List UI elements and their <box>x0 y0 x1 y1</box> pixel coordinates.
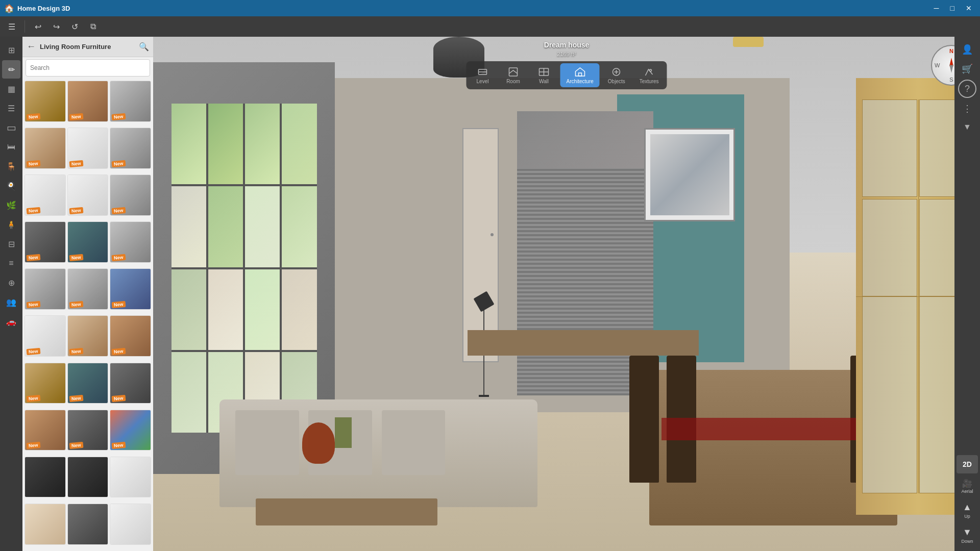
dining-lamp <box>724 37 773 47</box>
people-icon-btn[interactable]: 👥 <box>2 293 20 311</box>
more-button[interactable]: ⋮ <box>957 100 978 117</box>
furniture-item-11[interactable]: New <box>67 221 109 263</box>
furniture-item-15[interactable]: New <box>110 268 151 310</box>
aerial-icon: 🎥 <box>962 479 972 488</box>
profile-button[interactable]: 👤 <box>957 41 978 58</box>
furniture-item-7[interactable]: New <box>24 174 66 216</box>
furniture-item-20[interactable]: New <box>67 363 109 404</box>
close-button[interactable]: ✕ <box>962 0 976 16</box>
new-badge: New <box>112 254 126 261</box>
app-title: Home Design 3D <box>17 5 70 12</box>
chair-icon-btn[interactable]: 🪑 <box>2 157 20 176</box>
furniture-item-17[interactable]: New <box>67 315 109 357</box>
tools-icon-btn[interactable]: ✏ <box>2 60 20 79</box>
furniture-item-14[interactable]: New <box>67 268 109 310</box>
3d-view[interactable]: Dream house 2169 ft² Level Room <box>153 37 980 551</box>
new-badge: New <box>27 254 40 261</box>
up-arrow-icon: ▲ <box>963 502 972 513</box>
tab-wall[interactable]: Wall <box>529 63 558 87</box>
furniture-item-30[interactable] <box>110 504 151 545</box>
compass-north: N <box>949 48 953 54</box>
furniture-item-3[interactable]: New <box>110 81 151 122</box>
furniture-item-1[interactable]: New <box>24 81 66 122</box>
fence-icon-btn[interactable]: ⊟ <box>2 235 20 253</box>
furniture-item-29[interactable] <box>67 504 109 545</box>
down-arrow-icon: ▼ <box>963 527 972 538</box>
tab-architecture[interactable]: Architecture <box>560 63 599 87</box>
new-badge: New <box>69 207 83 214</box>
new-badge: New <box>112 207 126 214</box>
kitchen-icon-btn[interactable]: 🍳 <box>2 177 20 195</box>
furniture-item-13[interactable]: New <box>24 268 66 310</box>
back-button[interactable]: ← <box>27 41 36 52</box>
titlebar-left: 🏠 Home Design 3D <box>4 4 70 13</box>
stairs-icon-btn[interactable]: ≡ <box>2 254 20 272</box>
redo-button[interactable]: ↪ <box>48 19 64 34</box>
furniture-item-27[interactable] <box>110 457 151 498</box>
plant-decor <box>335 417 351 448</box>
vase-decor <box>302 422 335 464</box>
menu-button[interactable]: ☰ <box>4 19 19 34</box>
new-badge: New <box>69 348 83 355</box>
up-button[interactable]: ▲ Up <box>957 499 978 522</box>
compass-south: S <box>949 77 953 83</box>
bed-icon-btn[interactable]: 🛏 <box>2 138 20 156</box>
maximize-button[interactable]: □ <box>946 0 959 16</box>
furniture-item-19[interactable]: New <box>24 363 66 404</box>
furniture-item-24[interactable]: New <box>110 410 151 451</box>
tab-room[interactable]: Room <box>499 63 527 87</box>
furniture-item-12[interactable]: New <box>110 221 151 263</box>
new-badge: New <box>112 113 126 120</box>
center-toolbar: Dream house 2169 ft² Level Room <box>466 41 667 89</box>
furniture-item-9[interactable]: New <box>110 174 151 216</box>
furniture-item-18[interactable]: New <box>110 315 151 357</box>
furniture-item-28[interactable] <box>24 504 66 545</box>
account-button[interactable]: ▼ <box>957 119 978 135</box>
furniture-item-5[interactable]: New <box>67 128 109 169</box>
refresh-button[interactable]: ↺ <box>67 19 82 34</box>
toolbar: ☰ ↩ ↪ ↺ ⧉ <box>0 16 980 37</box>
furniture-item-25[interactable] <box>24 457 66 498</box>
furniture-item-4[interactable]: New <box>24 128 66 169</box>
furniture-item-10[interactable]: New <box>24 221 66 263</box>
new-badge: New <box>69 301 83 308</box>
outdoor-icon-btn[interactable]: ⊕ <box>2 273 20 292</box>
svg-rect-6 <box>578 73 581 76</box>
tab-objects[interactable]: Objects <box>602 63 631 87</box>
copy-button[interactable]: ⧉ <box>85 19 101 34</box>
rooms-icon-btn[interactable]: ⊞ <box>2 41 20 59</box>
furniture-item-2[interactable]: New <box>67 81 109 122</box>
furniture-item-22[interactable]: New <box>24 410 66 451</box>
grid-icon-btn[interactable]: ▦ <box>2 80 20 98</box>
cart-button[interactable]: 🛒 <box>957 60 978 78</box>
main-layout: ⊞ ✏ ▦ ☰ ▭ 🛏 🪑 🍳 🌿 🧍 ⊟ ≡ ⊕ 👥 🚗 ← Living R… <box>0 37 980 551</box>
compass-west: W <box>935 62 940 68</box>
furniture-item-23[interactable]: New <box>67 410 109 451</box>
tab-textures[interactable]: Textures <box>633 63 665 87</box>
plant-icon-btn[interactable]: 🌿 <box>2 196 20 214</box>
furniture-item-8[interactable]: New <box>67 174 109 216</box>
car-icon-btn[interactable]: 🚗 <box>2 312 20 331</box>
layers-icon-btn[interactable]: ☰ <box>2 99 20 117</box>
tab-level[interactable]: Level <box>468 63 497 87</box>
search-toggle-button[interactable]: 🔍 <box>139 42 149 52</box>
furniture-item-16[interactable]: New <box>24 315 66 357</box>
new-badge: New <box>27 113 40 120</box>
aerial-button[interactable]: 🎥 Aerial <box>957 475 978 497</box>
minimize-button[interactable]: ─ <box>930 0 943 16</box>
furniture-item-26[interactable] <box>67 457 109 498</box>
help-button[interactable]: ? <box>958 80 976 98</box>
wall-icon-btn[interactable]: ▭ <box>2 118 20 137</box>
down-button[interactable]: ▼ Down <box>957 524 978 547</box>
new-badge: New <box>112 301 126 308</box>
undo-button[interactable]: ↩ <box>30 19 45 34</box>
furniture-item-21[interactable]: New <box>110 363 151 404</box>
person-icon-btn[interactable]: 🧍 <box>2 215 20 234</box>
search-input[interactable] <box>30 64 145 71</box>
svg-marker-10 <box>949 64 953 73</box>
furniture-panel: ← Living Room Furniture 🔍 NewNewNewNewNe… <box>22 37 153 551</box>
2d-view-button[interactable]: 2D <box>957 455 978 473</box>
left-icon-panel: ⊞ ✏ ▦ ☰ ▭ 🛏 🪑 🍳 🌿 🧍 ⊟ ≡ ⊕ 👥 🚗 <box>0 37 22 551</box>
furniture-item-6[interactable]: New <box>110 128 151 169</box>
search-bar[interactable] <box>26 59 150 77</box>
